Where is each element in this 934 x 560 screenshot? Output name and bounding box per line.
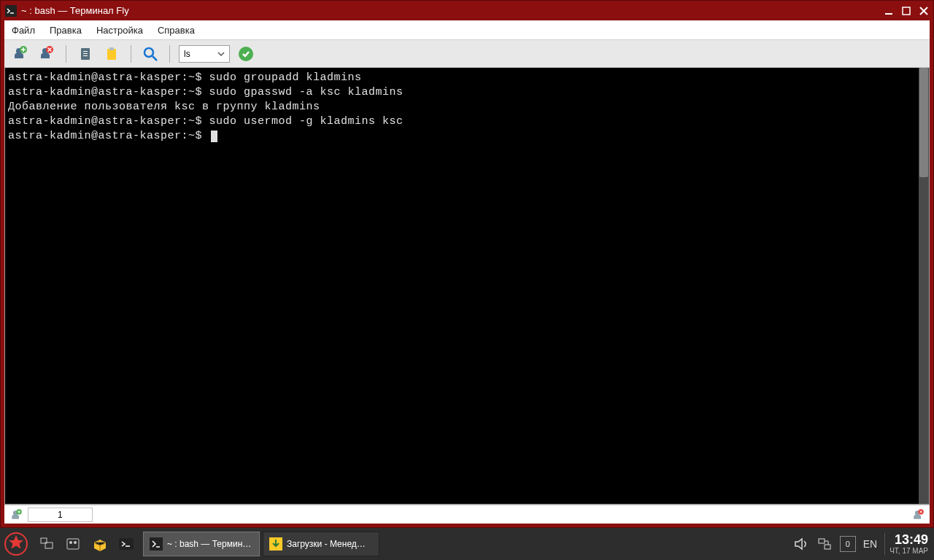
menubar: Файл Правка Настройка Справка xyxy=(4,20,930,40)
terminal-scrollbar[interactable] xyxy=(919,68,929,504)
maximize-button[interactable] xyxy=(901,6,911,16)
terminal-icon xyxy=(150,537,163,551)
clock[interactable]: 13:49 ЧТ, 17 МАР xyxy=(884,533,928,556)
svg-rect-14 xyxy=(107,49,116,60)
menu-settings[interactable]: Настройка xyxy=(95,22,144,39)
task-label: ~ : bash — Термин… xyxy=(167,539,251,549)
combo-value: ls xyxy=(184,49,190,59)
terminal-area: astra-kadmin@astra-kasper:~$ sudo groupa… xyxy=(4,68,930,505)
cursor xyxy=(211,131,217,142)
close-tab-button[interactable] xyxy=(911,508,925,522)
app-window: ~ : bash — Терминал Fly Файл Правка Наст… xyxy=(0,0,934,528)
svg-rect-0 xyxy=(5,5,17,17)
clock-date: ЧТ, 17 МАР xyxy=(889,547,928,555)
svg-rect-35 xyxy=(819,539,825,543)
terminal-line: astra-kadmin@astra-kasper:~$ sudo usermo… xyxy=(8,114,916,129)
command-combo[interactable]: ls xyxy=(179,45,230,63)
svg-rect-26 xyxy=(67,539,79,549)
svg-rect-11 xyxy=(83,51,88,52)
toolbar-separator xyxy=(169,45,170,63)
add-tab-button[interactable] xyxy=(9,508,23,522)
svg-rect-13 xyxy=(83,55,88,56)
titlebar[interactable]: ~ : bash — Терминал Fly xyxy=(1,1,933,20)
tab-indicator[interactable]: 1 xyxy=(28,508,93,522)
menu-help[interactable]: Справка xyxy=(156,22,196,39)
network-icon[interactable] xyxy=(817,536,833,552)
lang-indicator[interactable]: EN xyxy=(863,538,877,550)
start-menu-button[interactable] xyxy=(0,528,32,560)
run-button[interactable] xyxy=(236,44,256,64)
toolbar: ls xyxy=(4,40,930,68)
menu-file[interactable]: Файл xyxy=(10,22,36,39)
window-content: Файл Правка Настройка Справка xyxy=(4,20,930,524)
svg-rect-3 xyxy=(903,7,910,15)
chevron-down-icon xyxy=(217,50,225,58)
terminal-line: astra-kadmin@astra-kasper:~$ sudo gpassw… xyxy=(8,85,916,100)
quick-launch: deb xyxy=(32,533,142,555)
ql-package-icon[interactable]: deb xyxy=(89,533,111,555)
task-list: ~ : bash — Термин… Загрузки - Менед… xyxy=(143,532,379,556)
scrollbar-thumb[interactable] xyxy=(919,68,928,177)
new-session-button[interactable] xyxy=(10,44,31,64)
system-tray: 0 EN 13:49 ЧТ, 17 МАР xyxy=(793,533,934,556)
statusbar: 1 xyxy=(4,505,930,524)
svg-text:deb: deb xyxy=(96,540,104,545)
taskbar: deb ~ : bash — Термин… Загрузки - Менед…… xyxy=(0,528,934,560)
volume-icon[interactable] xyxy=(793,536,809,552)
ql-windows-icon[interactable] xyxy=(36,533,58,555)
task-terminal[interactable]: ~ : bash — Термин… xyxy=(143,532,260,556)
svg-point-28 xyxy=(74,541,77,544)
window-controls xyxy=(884,6,929,16)
search-button[interactable] xyxy=(140,44,161,64)
terminal-output[interactable]: astra-kadmin@astra-kasper:~$ sudo groupa… xyxy=(5,68,919,504)
task-downloads[interactable]: Загрузки - Менед… xyxy=(263,532,379,556)
toolbar-separator xyxy=(131,45,131,63)
svg-rect-12 xyxy=(83,53,88,54)
menu-edit[interactable]: Правка xyxy=(48,22,83,39)
close-button[interactable] xyxy=(919,6,929,16)
paste-button[interactable] xyxy=(101,44,122,64)
terminal-icon xyxy=(5,5,17,17)
svg-rect-15 xyxy=(109,47,114,50)
svg-point-27 xyxy=(69,541,72,544)
close-session-button[interactable] xyxy=(36,44,57,64)
svg-point-16 xyxy=(144,48,153,57)
ql-terminal-icon[interactable] xyxy=(115,533,137,555)
window-title: ~ : bash — Терминал Fly xyxy=(21,5,884,16)
svg-line-17 xyxy=(153,56,157,61)
ql-filemanager-icon[interactable] xyxy=(63,533,85,555)
terminal-line: Добавление пользователя ksc в группу kla… xyxy=(8,100,916,114)
svg-rect-30 xyxy=(119,538,134,550)
keyboard-badge[interactable]: 0 xyxy=(840,536,856,552)
copy-button[interactable] xyxy=(75,44,96,64)
terminal-line: astra-kadmin@astra-kasper:~$ xyxy=(8,129,916,144)
toolbar-separator xyxy=(66,45,66,63)
download-icon xyxy=(269,537,282,551)
minimize-button[interactable] xyxy=(884,6,894,16)
svg-rect-36 xyxy=(825,545,830,549)
terminal-line: astra-kadmin@astra-kasper:~$ sudo groupa… xyxy=(8,71,916,85)
task-label: Загрузки - Менед… xyxy=(287,539,366,549)
clock-time: 13:49 xyxy=(889,533,928,548)
